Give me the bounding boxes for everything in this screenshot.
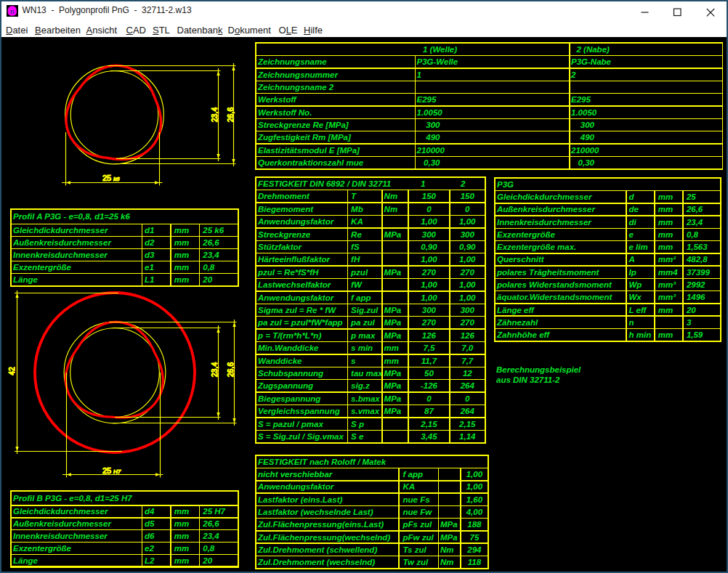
svg-text:25: 25	[102, 174, 111, 182]
svg-text:26,6: 26,6	[226, 107, 235, 123]
svg-text:23,4: 23,4	[210, 107, 219, 123]
svg-text:n: n	[10, 8, 15, 15]
svg-text:k6: k6	[113, 176, 120, 182]
svg-text:25: 25	[102, 466, 111, 475]
svg-text:23,4: 23,4	[210, 362, 219, 378]
svg-text:H7: H7	[113, 468, 121, 475]
svg-text:26,6: 26,6	[226, 362, 235, 378]
svg-text:42: 42	[7, 367, 16, 375]
